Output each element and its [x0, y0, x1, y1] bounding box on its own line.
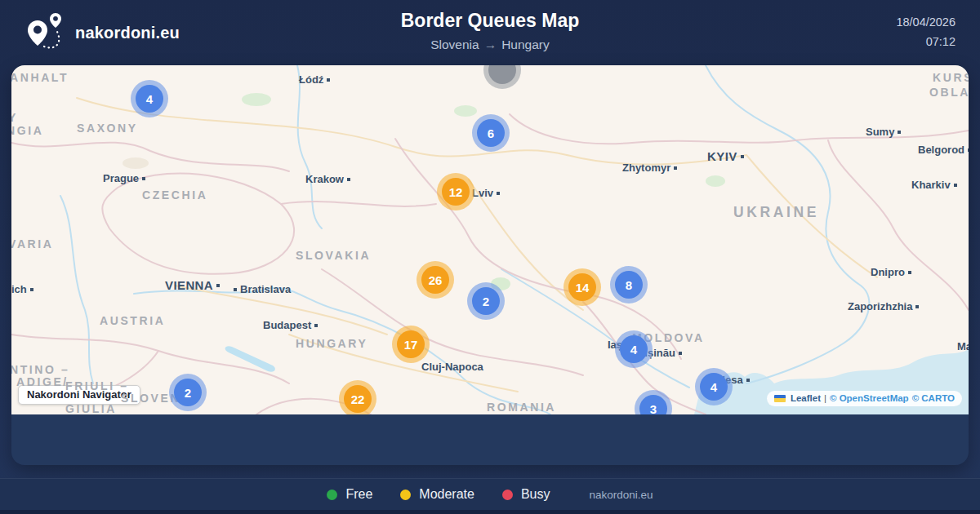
- map-label: Kharkiv: [911, 179, 957, 191]
- city-dot-icon: [142, 177, 145, 180]
- city-dot-icon: [216, 284, 220, 287]
- queue-marker-value: 4: [700, 373, 728, 401]
- queue-marker-value: 14: [568, 273, 596, 301]
- queue-marker-value: [488, 65, 516, 84]
- map-label: KURSK: [933, 72, 969, 84]
- map-label: VARIA: [11, 238, 54, 250]
- queue-marker[interactable]: 22: [339, 380, 376, 414]
- queue-marker[interactable]: 2: [169, 374, 207, 411]
- map-label: Prague: [103, 173, 145, 184]
- map-label: VIENNA: [165, 279, 220, 293]
- queue-marker-value: 17: [397, 330, 425, 358]
- map-label: GIULIA: [65, 403, 117, 414]
- queue-marker[interactable]: 4: [131, 80, 168, 117]
- map-label: Sumy: [866, 126, 901, 138]
- queue-marker-value: 4: [136, 85, 163, 113]
- map-label: FRIULI –: [65, 380, 129, 392]
- carto-link[interactable]: © CARTO: [912, 393, 955, 403]
- queue-marker[interactable]: 6: [472, 114, 510, 152]
- map-label: HUNGARY: [296, 338, 368, 350]
- queue-marker-value: 8: [615, 271, 643, 299]
- map-label: Krakow: [305, 174, 350, 185]
- city-dot-icon: [898, 131, 901, 134]
- map-label: SLOVAKIA: [296, 250, 371, 262]
- queue-marker-value: 3: [639, 395, 667, 414]
- queue-marker[interactable]: 4: [615, 330, 653, 368]
- map-label: Zhytomyr: [622, 162, 677, 174]
- queue-marker[interactable]: 14: [564, 268, 601, 306]
- brand: nakordoni.eu: [24, 12, 180, 53]
- attribution: Leaflet | © OpenStreetMap © CARTO: [767, 391, 962, 406]
- nakordoni-pins-logo-icon: [24, 12, 65, 53]
- queue-marker[interactable]: 4: [695, 368, 733, 405]
- queue-marker-value: 6: [477, 119, 505, 147]
- map-label: Cluj-Napoca: [421, 361, 483, 373]
- legend-item: Busy: [502, 487, 550, 502]
- map-label: Budapest: [263, 320, 318, 331]
- map-card: Nakordoni Navigator Leaflet | © OpenStre…: [11, 65, 969, 465]
- city-dot-icon: [968, 148, 969, 152]
- map-label: OBLAST: [929, 86, 969, 99]
- city-dot-icon: [741, 155, 744, 158]
- map-label: AUSTRIA: [100, 315, 165, 327]
- queue-marker-value: 4: [620, 335, 648, 363]
- title-block: Border Queues Map Slovenia→Hungary: [401, 10, 580, 52]
- queue-marker[interactable]: 8: [610, 266, 648, 304]
- queue-marker-value: 22: [344, 385, 372, 413]
- attribution-separator: |: [824, 393, 826, 403]
- route-arrow-icon: →: [479, 38, 502, 51]
- route-to: Hungary: [501, 38, 550, 51]
- city-dot-icon: [327, 78, 330, 82]
- openstreetmap-link[interactable]: © OpenStreetMap: [830, 393, 909, 403]
- queue-marker[interactable]: 2: [467, 282, 505, 320]
- time-label: 07:12: [896, 33, 956, 52]
- route-from: Slovenia: [430, 38, 479, 51]
- city-dot-icon: [674, 166, 677, 170]
- route-subtitle: Slovenia→Hungary: [401, 38, 580, 52]
- legend-item: Moderate: [400, 487, 474, 502]
- queue-marker[interactable]: 26: [416, 261, 454, 299]
- queue-marker[interactable]: 12: [437, 173, 474, 210]
- map-label: Bratislava: [234, 284, 291, 295]
- map-label: KYIV: [707, 150, 744, 164]
- legend-label: Busy: [521, 487, 550, 502]
- ukraine-flag-icon: [774, 395, 786, 402]
- map-label: ROMANIA: [487, 401, 556, 414]
- map-label: CZECHIA: [142, 189, 207, 202]
- map-label: ANHALT: [11, 72, 69, 84]
- datetime: 18/04/2026 07:12: [896, 13, 956, 52]
- page-title: Border Queues Map: [401, 10, 580, 32]
- city-dot-icon: [679, 352, 682, 355]
- leaflet-link[interactable]: Leaflet: [791, 393, 821, 403]
- map-label: ADIGE/: [16, 376, 69, 388]
- queue-marker-value: 2: [472, 287, 500, 315]
- map-label: UKRAINE: [733, 205, 819, 220]
- city-dot-icon: [347, 178, 350, 181]
- map-label: Y: [11, 112, 18, 124]
- city-dot-icon: [497, 192, 500, 195]
- map-label: NGIA: [11, 125, 43, 137]
- legend-dot-icon: [400, 490, 411, 500]
- city-dot-icon: [915, 305, 919, 308]
- legend-item: Free: [327, 487, 372, 502]
- map-label: SAXONY: [77, 122, 138, 135]
- city-dot-icon: [314, 324, 318, 327]
- city-dot-icon: [234, 288, 237, 291]
- queue-marker-value: 12: [442, 178, 470, 206]
- legend-label: Free: [345, 487, 372, 502]
- footer-legend: FreeModerateBusynakordoni.eu: [0, 478, 980, 510]
- queue-marker[interactable]: 17: [392, 326, 430, 363]
- bottom-strip: [0, 510, 980, 514]
- map-label: Zaporizhzhia: [848, 301, 919, 312]
- date-label: 18/04/2026: [896, 13, 956, 33]
- map-label: Belgorod: [918, 144, 969, 156]
- brand-name: nakordoni.eu: [75, 24, 180, 42]
- map-label: Ma: [957, 341, 969, 352]
- city-dot-icon: [908, 271, 911, 274]
- city-dot-icon: [30, 288, 33, 291]
- map-label: ich: [11, 284, 33, 295]
- city-dot-icon: [954, 184, 957, 187]
- legend-dot-icon: [502, 490, 513, 500]
- map-label: Dnipro: [871, 267, 911, 278]
- map[interactable]: Nakordoni Navigator Leaflet | © OpenStre…: [11, 65, 969, 414]
